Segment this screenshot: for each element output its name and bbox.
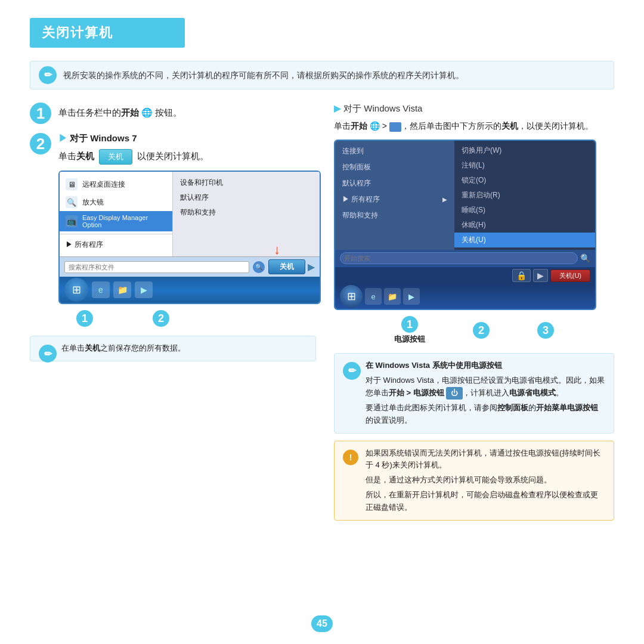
win7-start-button[interactable]: ⊞	[64, 278, 88, 302]
step-2-number: 2	[30, 133, 51, 154]
vista-taskbar-ie[interactable]: e	[365, 288, 382, 305]
win7-taskbar-media[interactable]: ▶	[135, 281, 153, 298]
vista-search-area: 🔍	[335, 250, 595, 267]
win7-step-label-1: 1	[76, 310, 93, 327]
vista-taskbar: ⊞ e 📁 ▶	[335, 284, 595, 309]
magnify-icon: 🔍	[66, 196, 78, 208]
vista-menu-left: 连接到 控制面板 默认程序 ▶ 所有程序 帮助和支持	[335, 141, 454, 250]
note-icon-2: ✏	[39, 345, 57, 363]
vista-step-labels: 1 电源按钮 2 3	[334, 316, 614, 345]
vista-right-shutdown[interactable]: 关机(U)	[454, 233, 595, 247]
win7-item-edm-label: Easy Display Manager Option	[82, 214, 166, 228]
win7-right-help[interactable]: 帮助和支持	[173, 205, 320, 220]
warning-text-1: 如果因系统错误而无法关闭计算机，请通过按住电源按钮(持续时间长于 4 秒)来关闭…	[366, 447, 605, 472]
warning-text-3: 所以，在重新开启计算机时，可能会启动磁盘检查程序以便检查或更正磁盘错误。	[366, 489, 605, 514]
right-column: ▶ 对于 Windows Vista 单击开始 🌐 > ，然后单击图中下方所示的…	[334, 103, 614, 527]
vista-instruction: 单击开始 🌐 > ，然后单击图中下方所示的关机，以便关闭计算机。	[334, 119, 614, 134]
vista-screenshot: 连接到 控制面板 默认程序 ▶ 所有程序 帮助和支持 切换用户(W) 注销(L)…	[334, 140, 614, 345]
vista-step-label-2: 2	[473, 322, 490, 339]
vista-item-connect[interactable]: 连接到	[335, 143, 454, 159]
vista-power-btn-label: 电源按钮	[394, 334, 425, 345]
vista-step-label-3: 3	[537, 322, 554, 339]
note-icon-1: ✏	[39, 66, 57, 84]
vista-arrow-icon[interactable]: ▶	[533, 269, 548, 282]
win7-shutdown-button[interactable]: 关机 ↓	[268, 259, 305, 274]
win7-menu-right: 设备和打印机 默认程序 帮助和支持	[173, 172, 320, 256]
vista-right-sleep[interactable]: 睡眠(S)	[454, 203, 595, 218]
vista-search-input[interactable]	[340, 252, 578, 264]
vista-item-allprograms[interactable]: ▶ 所有程序	[335, 191, 454, 208]
vista-search-icon: 🔍	[580, 253, 590, 263]
title-bar: 关闭计算机	[30, 18, 185, 48]
win7-item-edm[interactable]: 📺 Easy Display Manager Option	[60, 211, 172, 231]
win7-item-remote[interactable]: 🖥 远程桌面连接	[60, 175, 172, 193]
warning-box: ! 如果因系统错误而无法关闭计算机，请通过按住电源按钮(持续时间长于 4 秒)来…	[334, 441, 614, 521]
warning-text-2: 但是，通过这种方式关闭计算机可能会导致系统问题。	[366, 474, 605, 487]
edm-icon: 📺	[66, 215, 78, 227]
step-2-content: ▶ 对于 Windows 7 单击关机 关机 以便关闭计算机。	[58, 133, 321, 327]
vista-right-lock[interactable]: 锁定(O)	[454, 173, 595, 188]
step-1-text: 单击任务栏中的开始 🌐 按钮。	[58, 107, 182, 117]
remote-icon: 🖥	[66, 178, 78, 190]
win7-taskbar-ie[interactable]: e	[92, 281, 110, 298]
vista-item-defaults[interactable]: 默认程序	[335, 175, 454, 191]
page-title: 关闭计算机	[42, 24, 173, 42]
vista-lock-icon[interactable]: 🔒	[512, 269, 531, 282]
warning-icon: !	[343, 450, 358, 465]
win7-search-input[interactable]	[64, 261, 249, 273]
vista-shutdown-btn[interactable]: 关机(U)	[550, 270, 590, 282]
win7-header: ▶ 对于 Windows 7	[58, 133, 321, 144]
win7-taskbar: ⊞ e 📁 ▶	[60, 277, 320, 303]
vista-info-icon: ✏	[343, 362, 361, 380]
warning-content: 如果因系统错误而无法关闭计算机，请通过按住电源按钮(持续时间长于 4 秒)来关闭…	[366, 447, 605, 514]
win7-all-programs-label: ▶ 所有程序	[66, 240, 103, 250]
win7-step-labels: 1 2	[76, 310, 321, 327]
menu-divider	[60, 234, 172, 234]
vista-info-box: ✏ 在 Windows Vista 系统中使用电源按钮 对于 Windows V…	[334, 353, 614, 433]
win7-item-magnify-label: 放大镜	[82, 197, 104, 208]
vista-info-content: 在 Windows Vista 系统中使用电源按钮 对于 Windows Vis…	[366, 360, 605, 426]
vista-taskbar-folder[interactable]: 📁	[384, 288, 401, 305]
vista-right-switch[interactable]: 切换用户(W)	[454, 143, 595, 158]
win7-arrow-icon[interactable]: ▶	[308, 261, 315, 273]
vista-start-button[interactable]: ⊞	[340, 285, 363, 308]
win7-all-programs[interactable]: ▶ 所有程序	[60, 237, 172, 253]
win7-step-label-2: 2	[153, 310, 169, 327]
win7-menu-left: 🖥 远程桌面连接 🔍 放大镜 📺 Easy	[60, 172, 173, 256]
win7-search-bar: 🔍 关机 ↓ ▶	[60, 256, 320, 277]
vista-right-logout[interactable]: 注销(L)	[454, 158, 595, 173]
page-number: 45	[311, 615, 333, 632]
vista-info-text2: 要通过单击此图标关闭计算机，请参阅控制面板的开始菜单电源按钮的设置说明。	[366, 402, 605, 427]
win7-taskbar-folder[interactable]: 📁	[113, 281, 131, 298]
vista-item-help[interactable]: 帮助和支持	[335, 208, 454, 224]
vista-label-group-1: 1 电源按钮	[394, 316, 425, 345]
note-box-1: ✏ 视所安装的操作系统的不同，关闭计算机的程序可能有所不同，请根据所购买的操作系…	[30, 61, 614, 89]
win7-shutdown-area: 关机 ↓ ▶	[268, 259, 315, 274]
vista-right-hibernate[interactable]: 休眠(H)	[454, 218, 595, 233]
step-1-block: 1 单击任务栏中的开始 🌐 按钮。	[30, 103, 316, 124]
win7-right-devices[interactable]: 设备和打印机	[173, 175, 320, 190]
step-2-block: 2 ▶ 对于 Windows 7 单击关机 关机 以便关闭计算机。	[30, 133, 316, 327]
win7-shutdown-btn[interactable]: 关机	[99, 149, 132, 165]
vista-info-text: 对于 Windows Vista，电源按钮已经设置为电源省电模式。因此，如果您单…	[366, 374, 605, 400]
vista-header: ▶ 对于 Windows Vista	[334, 103, 614, 114]
vista-info-title: 在 Windows Vista 系统中使用电源按钮	[366, 360, 605, 372]
content-area: 1 单击任务栏中的开始 🌐 按钮。 2 ▶ 对于 Windows 7 单击关机 …	[30, 103, 614, 527]
vista-menu: 连接到 控制面板 默认程序 ▶ 所有程序 帮助和支持 切换用户(W) 注销(L)…	[334, 140, 596, 310]
win7-screenshot: 🖥 远程桌面连接 🔍 放大镜 📺 Easy	[58, 171, 321, 327]
win7-item-remote-label: 远程桌面连接	[82, 179, 125, 190]
vista-shutdown-bar: 🔒 ▶ 关机(U)	[335, 267, 595, 284]
vista-taskbar-media[interactable]: ▶	[403, 288, 420, 305]
win7-search-btn[interactable]: 🔍	[253, 261, 265, 273]
vista-item-control[interactable]: 控制面板	[335, 159, 454, 175]
note-box-2: ✏ 在单击关机之前保存您的所有数据。	[30, 336, 316, 361]
win7-menu: 🖥 远程桌面连接 🔍 放大镜 📺 Easy	[58, 171, 321, 304]
step-1-content: 单击任务栏中的开始 🌐 按钮。	[58, 103, 182, 120]
win7-right-defaults[interactable]: 默认程序	[173, 190, 320, 205]
power-btn-symbol: ⏻	[446, 387, 463, 400]
win7-item-magnify[interactable]: 🔍 放大镜	[60, 193, 172, 211]
left-column: 1 单击任务栏中的开始 🌐 按钮。 2 ▶ 对于 Windows 7 单击关机 …	[30, 103, 316, 527]
note-text-2: 在单击关机之前保存您的所有数据。	[61, 343, 185, 352]
vista-right-restart[interactable]: 重新启动(R)	[454, 188, 595, 203]
vista-step-label-1: 1	[401, 316, 418, 333]
